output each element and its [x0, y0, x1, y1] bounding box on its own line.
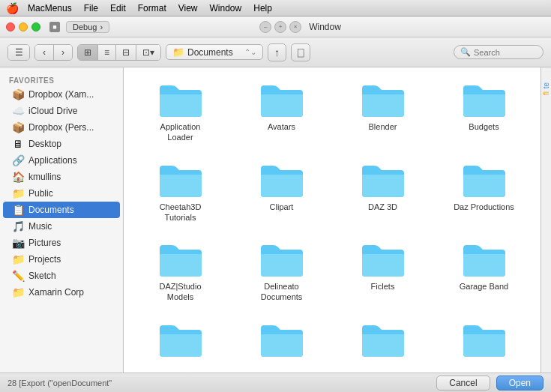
title-bar: 🍎 MacMenus File Edit Format View Window …: [0, 0, 551, 16]
folder-icon: [361, 241, 406, 278]
list-item[interactable]: [131, 315, 229, 367]
edge-label-fi: fi: [542, 91, 550, 95]
sidebar-item-sketch[interactable]: ✏️ Sketch: [3, 268, 120, 284]
panel-toggle-group: ☰: [7, 44, 30, 61]
folder-icon: [158, 321, 203, 358]
action-button[interactable]: ⎕: [291, 43, 310, 61]
win-ctrl-2[interactable]: +: [274, 21, 286, 33]
file-name: Blender: [369, 121, 397, 132]
sidebar-item-xamarin-corp[interactable]: 📁 Xamarin Corp: [3, 284, 120, 301]
list-item[interactable]: Daz Productions: [435, 155, 533, 229]
traffic-lights: [6, 22, 40, 31]
list-item[interactable]: [232, 315, 331, 367]
open-button[interactable]: Open: [496, 376, 544, 391]
forward-button[interactable]: ›: [54, 45, 72, 60]
status-bar: 28 [Export ("openDocument" Cancel Open: [0, 373, 551, 392]
list-item[interactable]: Clipart: [232, 155, 331, 229]
sidebar-item-label: Dropbox (Pers...: [28, 122, 94, 133]
file-name: DAZ 3D: [368, 202, 397, 212]
window-chrome: ■ Debug › – + × Window: [0, 16, 551, 37]
column-view-button[interactable]: ⊟: [116, 45, 136, 60]
sidebar-item-label: Projects: [28, 254, 61, 265]
list-item[interactable]: Delineato Documents: [232, 235, 331, 309]
menu-bar: MacMenus File Edit Format View Window He…: [28, 3, 272, 13]
search-icon: 🔍: [460, 47, 471, 57]
folder-icon: [259, 161, 304, 199]
window-title: – + × Window: [55, 21, 545, 33]
win-ctrl-1[interactable]: –: [259, 21, 271, 33]
sidebar-item-applications[interactable]: 🔗 Applications: [3, 152, 120, 169]
list-item[interactable]: Blender: [334, 75, 432, 149]
icon-view-button[interactable]: ⊞: [78, 45, 98, 60]
search-input[interactable]: [474, 48, 526, 57]
close-button[interactable]: [6, 22, 15, 31]
window-name: Window: [309, 22, 341, 32]
cover-view-button[interactable]: ⊡▾: [136, 45, 160, 60]
list-item[interactable]: DAZ|Studio Models: [131, 235, 229, 309]
sidebar-item-dropbox-pers[interactable]: 📦 Dropbox (Pers...: [3, 119, 120, 136]
sidebar-item-label: Dropbox (Xam...: [28, 89, 94, 100]
sidebar-item-label: iCloud Drive: [28, 106, 77, 116]
menu-file[interactable]: File: [84, 3, 98, 13]
list-item[interactable]: Application Loader: [131, 75, 229, 149]
sidebar-item-projects[interactable]: 📁 Projects: [3, 251, 120, 268]
icloud-icon: ☁️: [12, 105, 24, 117]
file-name: DAZ|Studio Models: [147, 281, 214, 303]
file-name: Garage Band: [460, 281, 508, 292]
back-button[interactable]: ‹: [35, 45, 54, 60]
panel-toggle-button[interactable]: ☰: [8, 45, 29, 60]
sidebar-item-label: Documents: [28, 205, 74, 215]
zoom-button[interactable]: [31, 22, 40, 31]
sidebar-item-label: Pictures: [28, 238, 61, 248]
list-item[interactable]: Budgets: [435, 75, 533, 149]
win-ctrl-3[interactable]: ×: [289, 21, 301, 33]
minimize-button[interactable]: [19, 22, 28, 31]
sidebar-item-icloud[interactable]: ☁️ iCloud Drive: [3, 103, 120, 119]
sidebar-item-documents[interactable]: 📋 Documents: [3, 202, 120, 218]
desktop-icon: 🖥: [12, 138, 24, 150]
sidebar-item-public[interactable]: 📁 Public: [3, 185, 120, 202]
sidebar-item-label: kmullins: [28, 172, 61, 182]
list-item[interactable]: Ficlets: [334, 235, 432, 309]
menu-format[interactable]: Format: [138, 3, 166, 13]
location-bar[interactable]: 📁 Documents ⌃⌄: [166, 44, 263, 60]
list-item[interactable]: Cheetah3D Tutorials: [131, 155, 229, 229]
list-item[interactable]: Garage Band: [435, 235, 533, 309]
menu-view[interactable]: View: [178, 3, 198, 13]
folder-icon: [462, 241, 507, 278]
list-item[interactable]: [435, 315, 533, 367]
nav-group: ‹ ›: [34, 44, 73, 61]
file-name: Budgets: [469, 121, 499, 132]
main-area: Favorites 📦 Dropbox (Xam... ☁️ iCloud Dr…: [0, 67, 551, 373]
folder-icon: [361, 81, 406, 118]
list-item[interactable]: DAZ 3D: [334, 155, 432, 229]
file-name: Delineato Documents: [248, 281, 316, 303]
menu-macmenus[interactable]: MacMenus: [28, 3, 72, 13]
sidebar-item-music[interactable]: 🎵 Music: [3, 218, 120, 235]
location-folder-icon: 📁: [172, 46, 184, 58]
sidebar-item-label: Sketch: [28, 271, 56, 281]
list-item[interactable]: [334, 315, 432, 367]
file-name: Avatars: [268, 121, 295, 132]
apple-menu[interactable]: 🍎: [6, 2, 19, 14]
sidebar-item-label: Music: [28, 221, 52, 232]
view-group: ⊞ ≡ ⊟ ⊡▾: [77, 44, 161, 61]
list-item[interactable]: Avatars: [232, 75, 331, 149]
menu-help[interactable]: Help: [253, 3, 272, 13]
sidebar-item-kmullins[interactable]: 🏠 kmullins: [3, 169, 120, 185]
cancel-button[interactable]: Cancel: [436, 376, 490, 391]
menu-edit[interactable]: Edit: [110, 3, 126, 13]
sidebar-item-label: Applications: [28, 155, 77, 166]
sidebar-item-desktop[interactable]: 🖥 Desktop: [3, 136, 120, 152]
sidebar-item-pictures[interactable]: 📷 Pictures: [3, 235, 120, 251]
menu-window[interactable]: Window: [210, 3, 242, 13]
share-button[interactable]: ↑: [268, 43, 286, 61]
search-box[interactable]: 🔍: [454, 45, 544, 59]
folder-icon: [462, 81, 507, 118]
dropbox-xam-icon: 📦: [12, 88, 24, 100]
folder-icon: [158, 81, 203, 118]
list-view-button[interactable]: ≡: [98, 45, 116, 60]
sidebar-item-dropbox-xam[interactable]: 📦 Dropbox (Xam...: [3, 86, 120, 103]
folder-icon: [158, 161, 203, 199]
status-buttons: Cancel Open: [436, 376, 544, 391]
